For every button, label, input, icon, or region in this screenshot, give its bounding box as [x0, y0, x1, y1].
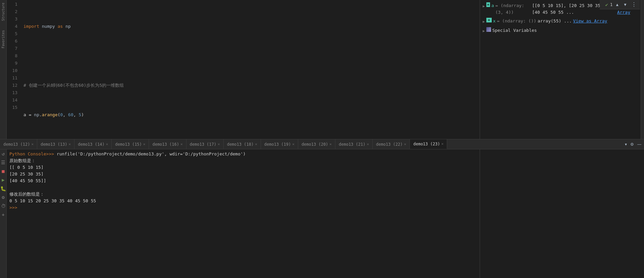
- var-name-a: a: [491, 2, 494, 9]
- stop-button[interactable]: ■: [0, 168, 6, 174]
- settings-console-button[interactable]: ⚙: [0, 194, 6, 200]
- tab-close-17[interactable]: ✕: [218, 142, 220, 146]
- line-num-5: 5: [7, 30, 17, 38]
- line-num-2: 2: [7, 8, 17, 15]
- line-num-6: 6: [7, 38, 17, 45]
- tab-label-18: demo13 (18): [227, 142, 254, 147]
- tab-demo13-20[interactable]: demo13 (20) ✕: [298, 139, 335, 149]
- tab-close-19[interactable]: ✕: [292, 142, 294, 146]
- line-num-11: 11: [7, 74, 17, 82]
- line-num-14: 14: [7, 96, 17, 104]
- line-num-10: 10: [7, 67, 17, 74]
- run-button[interactable]: ▶: [0, 177, 6, 183]
- console-output-arr1: [[ 0 5 10 15]: [9, 164, 477, 171]
- dot1: .: [39, 111, 42, 119]
- variables-list: ▶ ≡ a = (ndarray: (3, 4)) [[0 5 10 15], …: [480, 0, 644, 139]
- console-run-command: runfile('D:/pythonProject/demo/demo13.py…: [54, 151, 246, 156]
- op-eq: =: [29, 111, 32, 119]
- tab-close-20[interactable]: ✕: [329, 142, 332, 146]
- code-line-2: [23, 52, 480, 60]
- tab-demo13-15[interactable]: demo13 (15) ✕: [112, 139, 149, 149]
- line-num-4: 4: [7, 23, 17, 30]
- num-5: 5: [78, 111, 81, 119]
- kw-as: as: [58, 23, 63, 30]
- restart-console-button[interactable]: ↺: [0, 151, 6, 157]
- array-icon-x: ≡: [486, 18, 492, 22]
- tab-demo13-18[interactable]: demo13 (18) ✕: [224, 139, 261, 149]
- expand-arrow-x[interactable]: ▶: [483, 18, 485, 25]
- bottom-panel: demo13 (12) ✕ demo13 (13) ✕ demo13 (14) …: [0, 139, 644, 278]
- tab-label-22: demo13 (22): [376, 142, 402, 147]
- tab-demo13-13[interactable]: demo13 (13) ✕: [37, 139, 74, 149]
- kw-import: import: [23, 23, 39, 30]
- console-output-arr3: [40 45 50 55]]: [9, 178, 477, 184]
- var-value-x: array(55) ...: [538, 18, 572, 24]
- tab-close-14[interactable]: ✕: [106, 142, 108, 146]
- check-icon: ✔: [605, 2, 608, 7]
- tab-demo13-12[interactable]: demo13 (12) ✕: [0, 139, 37, 149]
- tab-close-18[interactable]: ✕: [255, 142, 257, 146]
- special-variables-item[interactable]: ▶ Special Variables: [480, 26, 644, 36]
- console-output-area[interactable]: Python Console>>> runfile('D:/pythonProj…: [7, 149, 480, 278]
- module-numpy: numpy: [42, 23, 55, 30]
- comma2: ,: [73, 111, 76, 119]
- right-bottom-panel: [480, 149, 644, 278]
- line-num-15: 15: [7, 104, 17, 111]
- console-output-label2: 修改后的数组是：: [9, 191, 477, 198]
- tab-demo13-23[interactable]: demo13 (23) ✕: [410, 139, 447, 149]
- add-console-button[interactable]: +: [0, 212, 6, 218]
- paren1: (: [58, 111, 60, 119]
- tab-label-20: demo13 (20): [302, 142, 328, 147]
- tab-demo13-19[interactable]: demo13 (19) ✕: [261, 139, 298, 149]
- expand-arrow-special[interactable]: ▶: [483, 28, 485, 34]
- debug-button[interactable]: 🐛: [0, 186, 6, 192]
- tab-close-15[interactable]: ✕: [143, 142, 146, 146]
- line-num-7: 7: [7, 45, 17, 52]
- main-area: Structure Favorites 1 2 3 4 5 6 7 8 9 10…: [0, 0, 644, 139]
- tab-demo13-21[interactable]: demo13 (21) ✕: [335, 139, 373, 149]
- tab-close-23[interactable]: ✕: [441, 142, 444, 146]
- console-input-prompt: >>>: [9, 204, 477, 211]
- tab-close-21[interactable]: ✕: [367, 142, 369, 146]
- tab-demo13-17[interactable]: demo13 (17) ✕: [186, 139, 224, 149]
- favorites-label[interactable]: Favorites: [1, 29, 6, 50]
- tab-close-16[interactable]: ✕: [180, 142, 183, 146]
- navigate-up-button[interactable]: ▲: [614, 2, 621, 8]
- structure-label[interactable]: Structure: [1, 1, 6, 22]
- view-array-link-x[interactable]: View as Array: [573, 18, 607, 24]
- line-num-3: 3: [7, 15, 17, 23]
- tab-minimize-button[interactable]: —: [636, 141, 643, 147]
- tab-close-12[interactable]: ✕: [31, 142, 34, 146]
- right-variables-panel: ▶ ≡ a = (ndarray: (3, 4)) [[0 5 10 15], …: [480, 0, 644, 139]
- clock-button[interactable]: ⏱: [0, 203, 6, 209]
- tab-close-13[interactable]: ✕: [69, 142, 71, 146]
- expand-arrow-a[interactable]: ▶: [483, 3, 485, 10]
- comma1: ,: [63, 111, 65, 119]
- top-toolbar: ✔ 1 ▲ ▼ ⋮: [600, 0, 640, 9]
- right-panel-scrollbar[interactable]: [641, 0, 644, 139]
- line-num-9: 9: [7, 60, 17, 67]
- arange: arange: [42, 111, 58, 119]
- console-area: ↺ ☰ ■ ▶ 🐛 ⚙ ⏱ + Python Console>>> runfil…: [0, 149, 644, 278]
- tab-close-22[interactable]: ✕: [404, 142, 407, 146]
- code-content[interactable]: import numpy as np # 创建一个从0到60(不包含60)步长为…: [20, 0, 480, 139]
- history-button[interactable]: ☰: [0, 159, 6, 165]
- array-icon-a: ≡: [486, 2, 490, 7]
- tab-demo13-22[interactable]: demo13 (22) ✕: [373, 139, 410, 149]
- tab-overflow-button[interactable]: ▾: [624, 141, 628, 147]
- navigate-down-button[interactable]: ▼: [622, 2, 629, 8]
- tab-label-12: demo13 (12): [3, 142, 30, 147]
- variable-item-x[interactable]: ▶ ≡ x = (ndarray: ()) array(55) ... View…: [480, 17, 644, 26]
- var-type-a: = (ndarray: (3, 4)): [495, 2, 531, 16]
- right-scroll-button[interactable]: ⋮: [630, 1, 638, 8]
- tab-label-17: demo13 (17): [190, 142, 216, 147]
- code-line-1: import numpy as np: [23, 23, 480, 30]
- alias-np: np: [65, 23, 71, 30]
- tab-label-14: demo13 (14): [78, 142, 104, 147]
- var-a: a: [23, 111, 26, 119]
- tab-label-21: demo13 (21): [339, 142, 365, 147]
- tab-settings-button[interactable]: ⚙: [629, 141, 635, 147]
- tab-demo13-16[interactable]: demo13 (16) ✕: [149, 139, 186, 149]
- tab-demo13-14[interactable]: demo13 (14) ✕: [74, 139, 112, 149]
- code-line-4: a = np.arange(0, 60, 5): [23, 111, 480, 119]
